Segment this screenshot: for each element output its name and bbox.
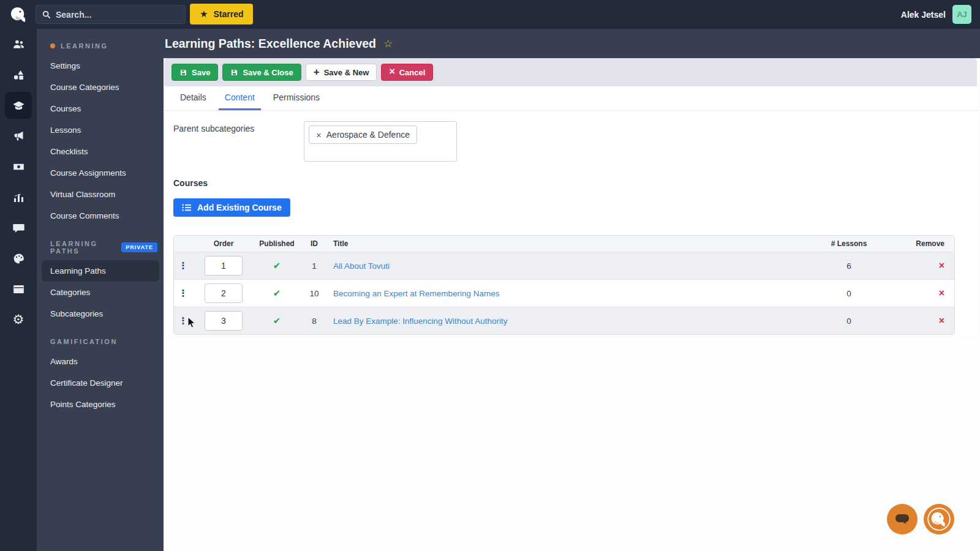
course-title-link[interactable]: All About Tovuti [333, 261, 390, 271]
close-icon: × [389, 67, 394, 77]
col-header-published: Published [255, 236, 299, 252]
sidebar-item-learning-paths[interactable]: Learning Paths [42, 260, 159, 282]
tovuti-help-button[interactable] [924, 504, 954, 534]
sidebar-rail-learning[interactable] [3, 90, 34, 121]
sidebar-menu: LEARNINGSettingsCourse CategoriesCourses… [37, 29, 164, 551]
chat-widget-button[interactable] [887, 504, 918, 534]
sidebar-rail-reports[interactable] [3, 182, 34, 212]
sidebar-rail-content[interactable] [3, 59, 34, 90]
lessons-count: 0 [800, 280, 898, 307]
save-close-label: Save & Close [243, 68, 293, 77]
add-existing-course-label: Add Existing Course [197, 203, 282, 212]
list-icon [182, 203, 191, 212]
content-tab-panel: Parent subcategories ×Aerospace & Defenc… [164, 111, 977, 335]
user-name: Alek Jetsel [901, 10, 946, 20]
palette-icon [12, 252, 25, 265]
starred-label: Starred [213, 9, 243, 19]
sidebar-item-lessons[interactable]: Lessons [42, 119, 159, 141]
courses-section-label: Courses [173, 178, 968, 188]
sidebar-item-points-categories[interactable]: Points Categories [42, 394, 159, 415]
users-icon [12, 38, 25, 51]
sidebar-rail-pages[interactable] [3, 274, 34, 304]
sidebar-rail-commerce[interactable] [3, 151, 34, 182]
drag-handle[interactable]: ⋮ [179, 288, 188, 299]
megaphone-icon [12, 130, 25, 143]
published-check-icon[interactable]: ✔ [273, 288, 281, 299]
menu-group: LEARNING PATHSPRIVATELearning PathsCateg… [37, 235, 164, 324]
remove-course-icon[interactable]: × [939, 315, 944, 326]
sidebar-item-course-categories[interactable]: Course Categories [42, 77, 159, 98]
courses-table: OrderPublishedIDTitle# LessonsRemove ⋮✔1… [173, 235, 955, 335]
menu-group-header: LEARNING [37, 37, 164, 55]
sidebar-item-courses[interactable]: Courses [42, 98, 159, 119]
page-title: Learning Paths: Excellence Achieved [165, 37, 376, 51]
published-check-icon[interactable]: ✔ [273, 260, 281, 271]
tab-content[interactable]: Content [219, 86, 261, 110]
sidebar-item-checklists[interactable]: Checklists [42, 141, 159, 162]
cancel-button[interactable]: × Cancel [381, 64, 433, 81]
tab-permissions[interactable]: Permissions [267, 86, 326, 110]
floppy-icon [230, 69, 238, 77]
sidebar-rail-settings[interactable]: ⚙ [3, 304, 34, 335]
edit-card: Save Save & Close + Save & New × Cancel … [164, 58, 977, 335]
drag-handle[interactable]: ⋮ [179, 260, 188, 271]
menu-group-header: GAMIFICATION [37, 333, 164, 351]
sidebar-rail-messages[interactable] [3, 212, 34, 243]
menu-group-title: LEARNING [61, 42, 108, 50]
save-close-button[interactable]: Save & Close [222, 64, 301, 81]
col-header-title: Title [330, 236, 800, 252]
search-input[interactable]: Search... [36, 5, 186, 24]
avatar[interactable]: AJ [952, 5, 971, 24]
order-input[interactable] [205, 283, 243, 303]
course-title-link[interactable]: Becoming an Expert at Remembering Names [333, 289, 500, 298]
menu-group-title: LEARNING PATHS [50, 240, 116, 255]
plus-icon: + [314, 67, 320, 77]
tab-details[interactable]: Details [174, 86, 213, 110]
lessons-count: 0 [800, 307, 898, 334]
lessons-count: 6 [800, 252, 898, 280]
parent-subcategories-label: Parent subcategories [173, 121, 304, 162]
save-button[interactable]: Save [172, 64, 218, 81]
tag-label: Aerospace & Defence [326, 130, 410, 140]
order-input[interactable] [205, 256, 243, 276]
remove-course-icon[interactable]: × [939, 260, 944, 271]
banknote-icon [12, 160, 25, 173]
tovuti-logo-icon[interactable] [9, 5, 28, 24]
table-row: ⋮✔8Lead By Example: Influencing Without … [174, 307, 954, 334]
sidebar-rail-design[interactable] [3, 243, 34, 274]
sidebar-item-awards[interactable]: Awards [42, 351, 159, 372]
add-existing-course-button[interactable]: Add Existing Course [173, 198, 290, 217]
save-label: Save [192, 68, 210, 77]
main-content: Save Save & Close + Save & New × Cancel … [164, 58, 980, 551]
menu-group: LEARNINGSettingsCourse CategoriesCourses… [37, 37, 164, 227]
remove-course-icon[interactable]: × [939, 288, 944, 298]
cancel-label: Cancel [399, 68, 426, 77]
course-title-link[interactable]: Lead By Example: Influencing Without Aut… [333, 317, 507, 326]
sidebar-rail-announcements[interactable] [3, 121, 34, 151]
col-header-id: ID [299, 236, 330, 252]
menu-group: GAMIFICATIONAwardsCertificate DesignerPo… [37, 333, 164, 415]
sidebar-item-course-comments[interactable]: Course Comments [42, 205, 159, 227]
sidebar-item-certificate-designer[interactable]: Certificate Designer [42, 372, 159, 394]
sidebar-item-course-assignments[interactable]: Course Assignments [42, 162, 159, 184]
published-check-icon[interactable]: ✔ [273, 315, 281, 326]
sidebar-item-subcategories[interactable]: Subcategories [42, 303, 159, 324]
save-new-button[interactable]: + Save & New [306, 64, 377, 81]
favorite-star-icon[interactable]: ☆ [383, 37, 393, 50]
shapes-icon [12, 69, 25, 81]
remove-tag-icon[interactable]: × [316, 130, 322, 140]
course-id: 10 [299, 280, 330, 307]
sidebar-item-categories[interactable]: Categories [42, 282, 159, 303]
search-placeholder: Search... [56, 10, 91, 20]
sidebar-item-virtual-classroom[interactable]: Virtual Classroom [42, 184, 159, 205]
parent-subcategories-field[interactable]: ×Aerospace & Defence [304, 121, 457, 162]
starred-button[interactable]: ★ Starred [190, 4, 253, 24]
sidebar-rail-users[interactable] [3, 29, 34, 59]
order-input[interactable] [205, 311, 243, 331]
drag-handle[interactable]: ⋮ [179, 315, 188, 326]
col-header-handle [174, 236, 192, 252]
menu-group-title: GAMIFICATION [50, 338, 118, 345]
action-toolbar: Save Save & Close + Save & New × Cancel [164, 58, 977, 86]
sidebar-item-settings[interactable]: Settings [42, 55, 159, 77]
chat-bubble-icon [894, 512, 910, 526]
